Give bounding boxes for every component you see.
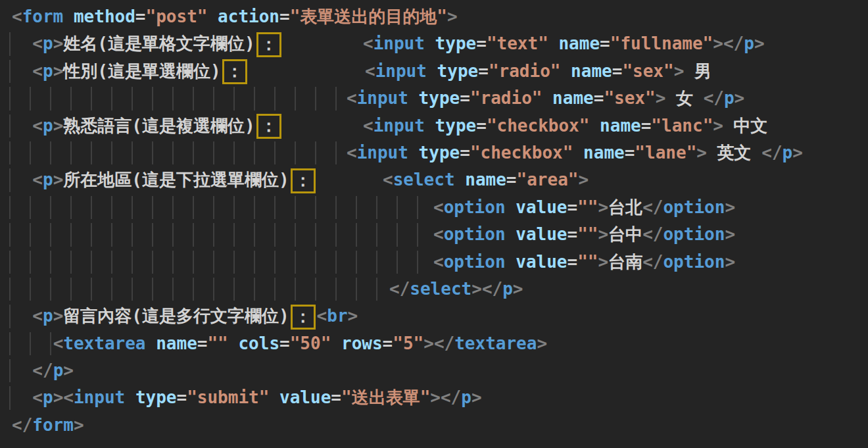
token-text [560,61,571,81]
code-line-4[interactable]: <input type="radio" name="sex"> 女 </p> [0,85,868,112]
token-text [425,116,435,136]
token-string: "area" [517,170,579,189]
code-line-7[interactable]: <p>所在地區(這是下拉選單欄位)：<select name="area"> [0,166,868,193]
token-punctuation: > [713,116,723,136]
token-tag-name: p [43,306,53,326]
token-punctuation: > [696,143,707,162]
token-punctuation: </ [761,143,782,162]
code-line-3[interactable]: <p>性別(這是單選欄位)：<input type="radio" name="… [0,58,868,85]
token-punctuation: ></ [471,279,502,299]
code-editor[interactable]: <form method="post" action="表單送出的目的地"> <… [0,0,868,448]
code-line-9[interactable]: <option value="">台中</option> [0,221,868,248]
token-tag-name: p [783,143,793,162]
token-punctuation: > [725,252,735,272]
token-punctuation: < [433,224,444,244]
token-attribute-name: type [435,34,477,53]
token-tag-name: option [663,224,725,244]
token-attribute-name: type [419,88,460,108]
token-punctuation: > [53,61,64,81]
token-punctuation: ></ [713,34,744,53]
token-text: 英文 [707,143,761,162]
code-line-1[interactable]: <form method="post" action="表單送出的目的地"> [0,3,868,30]
token-tag-name: option [444,197,506,217]
token-punctuation: < [433,252,444,272]
code-line-16[interactable]: </form> [0,412,868,439]
token-text [12,387,32,407]
code-line-15[interactable]: <p><input type="submit" value="送出表單"></p… [0,384,868,411]
token-text [12,34,32,53]
token-punctuation: > [754,34,765,53]
token-text: 台中 [608,224,642,244]
token-punctuation: </ [642,252,663,272]
token-attribute-name: type [437,61,479,81]
code-line-3-column2: <input type="radio" name="sex"> 男 [365,58,711,85]
code-line-6[interactable]: <input type="checkbox" name="lane"> 英文 <… [0,139,868,166]
ambiguous-unicode-highlight: ： [222,59,247,84]
token-tag-name: p [744,34,754,53]
code-line-10[interactable]: <option value="">台南</option> [0,249,868,276]
token-punctuation: > [53,116,64,136]
token-punctuation: < [383,170,393,189]
token-string: "" [577,197,598,217]
token-punctuation: > [513,279,523,299]
token-text [589,116,600,136]
token-attribute-name: value [516,224,567,244]
token-tag-name: p [461,387,471,407]
token-punctuation: > [537,334,547,353]
token-punctuation: < [347,88,357,108]
token-punctuation: > [471,387,482,407]
code-line-14[interactable]: </p> [0,357,868,384]
token-punctuation: < [12,7,22,26]
indent-guides [9,196,423,219]
ambiguous-unicode-highlight: ： [291,168,316,193]
token-text: 所在地區(這是下拉選單欄位) [63,170,289,189]
token-punctuation: > [348,306,358,326]
token-equals: = [460,88,470,108]
token-string: "radio" [489,61,561,81]
token-string: "sex" [604,88,655,108]
token-text [146,334,157,353]
token-punctuation: </ [642,224,663,244]
code-line-6-column2: <input type="checkbox" name="lane"> 英文 <… [347,139,803,166]
token-string: "" [577,224,598,244]
ambiguous-unicode-highlight: ： [291,305,316,330]
token-string: "post" [146,7,208,26]
code-line-12[interactable]: <p>留言內容(這是多行文字欄位)：<br> [0,303,868,330]
code-line-9-column2: <option value="">台中</option> [433,221,735,248]
token-punctuation: ></ [430,387,461,407]
token-punctuation: > [598,224,608,244]
token-tag-name: p [43,34,53,53]
token-text [506,252,516,272]
code-line-13[interactable]: <textarea name="" cols="50" rows="5"></t… [0,330,868,357]
token-attribute-name: name [583,143,625,162]
token-punctuation: < [32,61,43,81]
code-line-8[interactable]: <option value="">台北</option> [0,194,868,221]
token-attribute-name: type [435,116,477,136]
token-equals: = [600,34,610,53]
code-line-11[interactable]: </select></p> [0,276,868,303]
code-line-5[interactable]: <p>熟悉語言(這是複選欄位)：<input type="checkbox" n… [0,112,868,139]
token-equals: = [594,88,604,108]
token-text [331,334,341,353]
token-punctuation: < [347,143,357,162]
token-punctuation: < [32,306,43,326]
token-punctuation: > [53,306,64,326]
token-attribute-name: name [156,334,197,353]
token-equals: = [567,224,578,244]
token-tag-name: textarea [454,334,537,353]
token-attribute-name: action [218,7,279,26]
token-tag-name: input [374,116,425,136]
token-text [12,170,32,189]
token-punctuation: < [365,61,375,81]
code-line-7-column2: <select name="area"> [383,166,589,193]
token-attribute-name: name [465,170,506,189]
token-tag-name: form [32,415,74,435]
token-punctuation: </ [642,197,663,217]
code-line-2[interactable]: <p>姓名(這是單格文字欄位)：<input type="text" name=… [0,30,868,57]
token-text: 中文 [723,116,768,136]
token-punctuation: < [363,34,374,53]
token-punctuation: > [63,361,74,380]
token-string: "submit" [187,387,269,407]
token-text [63,7,74,26]
token-tag-name: br [327,306,347,326]
